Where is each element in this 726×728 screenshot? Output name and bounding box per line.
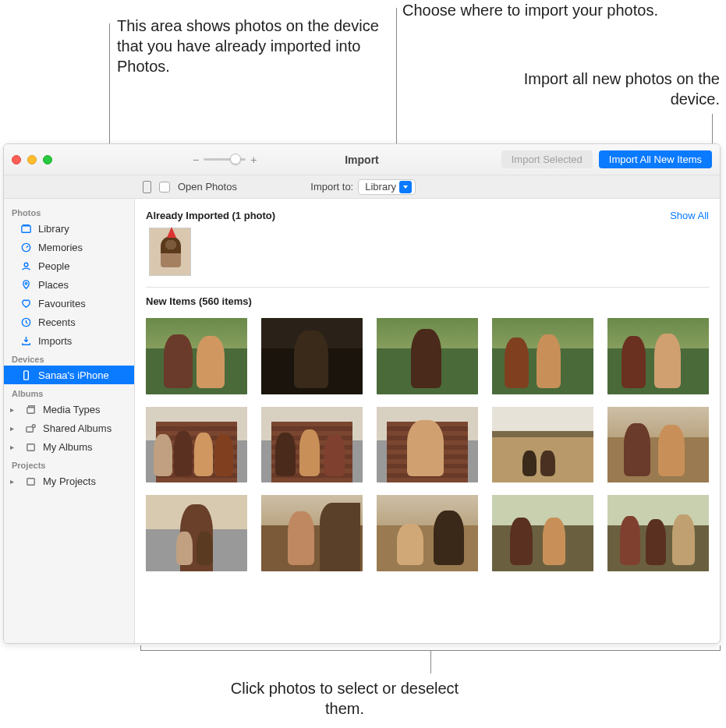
content-area: Already Imported (1 photo) Show All New … [135, 199, 720, 643]
sidebar-section-photos: Photos [4, 203, 134, 219]
photo-thumbnail[interactable] [261, 407, 363, 483]
imports-icon [19, 334, 32, 347]
divider [146, 287, 709, 288]
sidebar-item-label: People [38, 260, 69, 272]
sidebar-item-device[interactable]: Sanaa's iPhone [4, 366, 134, 384]
stack-icon [24, 403, 37, 415]
callout-already-imported: This area shows photos on the device tha… [117, 16, 382, 76]
sidebar-item-memories[interactable]: Memories [4, 238, 134, 256]
favourites-icon [19, 297, 32, 309]
photo-thumbnail[interactable] [146, 495, 247, 571]
sidebar: Photos Library Memories People Places Fa… [4, 199, 135, 643]
sidebar-item-label: Places [38, 279, 69, 291]
import-all-button[interactable]: Import All New Items [599, 150, 712, 168]
sidebar-item-library[interactable]: Library [4, 219, 134, 238]
sidebar-item-my-albums[interactable]: ▸My Albums [4, 437, 134, 456]
chevron-right-icon[interactable]: ▸ [10, 405, 18, 414]
svg-rect-7 [26, 426, 32, 432]
callout-guide [430, 650, 431, 673]
sidebar-section-devices: Devices [4, 350, 134, 366]
photo-thumbnail[interactable] [607, 407, 709, 483]
phone-icon [19, 369, 32, 381]
places-icon [19, 278, 32, 291]
photo-thumbnail[interactable] [607, 318, 709, 394]
open-photos-checkbox[interactable] [159, 182, 170, 193]
sidebar-item-imports[interactable]: Imports [4, 331, 134, 350]
import-to-label: Import to: [310, 181, 353, 193]
minimize-icon[interactable] [27, 155, 37, 164]
titlebar: − + Import Import Selected Import All Ne… [4, 144, 720, 175]
sidebar-section-projects: Projects [4, 456, 134, 472]
close-icon[interactable] [12, 155, 21, 164]
callout-guide [140, 645, 141, 651]
sidebar-section-albums: Albums [4, 384, 134, 400]
sidebar-item-my-projects[interactable]: ▸My Projects [4, 472, 134, 490]
callout-guide [712, 114, 713, 147]
svg-point-3 [25, 282, 27, 284]
window-controls [12, 155, 52, 164]
photo-thumbnail[interactable] [261, 495, 363, 571]
open-photos-label: Open Photos [178, 181, 237, 193]
sidebar-item-label: Library [38, 223, 69, 235]
recents-icon [19, 316, 32, 328]
slider-track[interactable] [204, 158, 246, 161]
shared-icon [24, 422, 37, 434]
import-to-value: Library [365, 181, 396, 193]
sidebar-item-label: Imports [38, 335, 72, 347]
sidebar-item-label: Memories [38, 242, 83, 253]
sidebar-item-favourites[interactable]: Favourites [4, 294, 134, 313]
import-to-select[interactable]: Library [358, 179, 416, 195]
device-icon [143, 181, 151, 193]
thumbnail-zoom-slider[interactable]: − + [193, 154, 257, 166]
photo-thumbnail[interactable] [492, 318, 593, 394]
maximize-icon[interactable] [43, 155, 52, 164]
new-items-header: New Items (560 items) [146, 295, 709, 307]
sidebar-item-media-types[interactable]: ▸Media Types [4, 400, 134, 419]
sidebar-item-shared-albums[interactable]: ▸Shared Albums [4, 419, 134, 437]
sidebar-item-people[interactable]: People [4, 256, 134, 275]
sidebar-item-label: My Albums [43, 441, 93, 453]
sidebar-item-places[interactable]: Places [4, 275, 134, 294]
sidebar-item-recents[interactable]: Recents [4, 313, 134, 331]
memories-icon [19, 241, 32, 253]
slider-knob[interactable] [230, 154, 241, 164]
callout-guide [140, 650, 721, 651]
sidebar-item-label: Shared Albums [43, 422, 112, 434]
album-icon [24, 440, 37, 453]
chevron-right-icon[interactable]: ▸ [10, 424, 18, 433]
sidebar-item-label: Sanaa's iPhone [38, 369, 109, 381]
photos-app-window: − + Import Import Selected Import All Ne… [3, 143, 721, 644]
import-options-bar: Open Photos Import to: Library [4, 175, 720, 199]
sidebar-item-label: Favourites [38, 298, 86, 309]
callout-import-to: Choose where to import your photos. [402, 0, 658, 20]
sidebar-item-label: My Projects [43, 475, 96, 487]
chevron-right-icon[interactable]: ▸ [10, 443, 18, 451]
callout-select: Click photos to select or deselect them. [212, 678, 477, 719]
svg-rect-6 [27, 407, 34, 413]
photo-thumbnail[interactable] [146, 318, 247, 394]
photo-thumbnail[interactable] [377, 318, 478, 394]
zoom-in-icon: + [250, 154, 257, 166]
new-items-grid [146, 318, 709, 571]
callout-guide [720, 645, 721, 651]
svg-rect-0 [21, 225, 30, 231]
chevron-right-icon[interactable]: ▸ [10, 477, 18, 486]
sidebar-item-label: Recents [38, 316, 76, 328]
photo-thumbnail[interactable] [492, 495, 593, 571]
library-icon [19, 222, 32, 235]
photo-thumbnail[interactable] [492, 407, 593, 483]
svg-rect-5 [23, 370, 28, 379]
photo-thumbnail[interactable] [146, 407, 247, 483]
already-imported-header: Already Imported (1 photo) [146, 210, 275, 221]
callout-import-all: Import all new photos on the device. [486, 69, 720, 109]
show-all-link[interactable]: Show All [670, 210, 709, 221]
svg-rect-9 [27, 444, 34, 450]
photo-thumbnail[interactable] [377, 407, 478, 483]
photo-thumbnail[interactable] [607, 495, 709, 571]
photo-thumbnail[interactable] [261, 318, 363, 394]
window-title: Import [345, 154, 379, 166]
album-icon [24, 475, 37, 487]
photo-thumbnail[interactable] [377, 495, 478, 571]
import-selected-button[interactable]: Import Selected [501, 150, 593, 168]
already-imported-thumbnail[interactable] [149, 228, 191, 276]
